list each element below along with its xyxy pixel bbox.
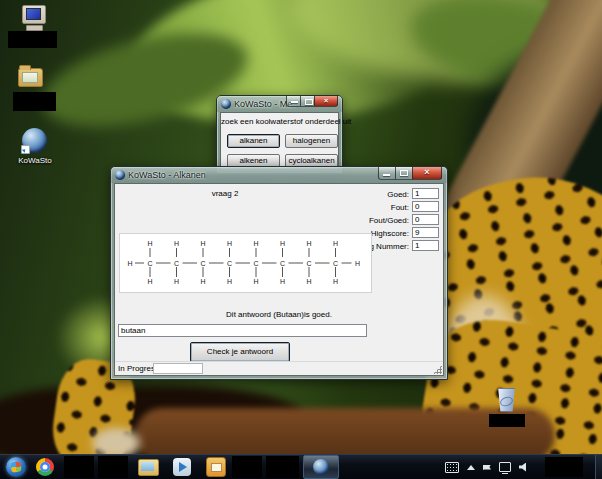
globe-icon <box>313 459 329 475</box>
score-value-highscore[interactable]: 9 <box>412 227 439 238</box>
menu-window-client: zoek een koolwaterstof onderdeel uit alk… <box>220 112 339 170</box>
desktop-icon-kowasto[interactable] <box>22 128 47 153</box>
show-desktop-button[interactable] <box>595 455 602 479</box>
score-label-fout: Fout: <box>391 203 409 212</box>
maximize-button[interactable] <box>396 167 412 180</box>
redacted-taskbar-app[interactable] <box>64 456 94 478</box>
resize-grip[interactable] <box>433 365 442 374</box>
check-answer-button[interactable]: Check je antwoord <box>190 342 290 362</box>
score-label-highscore: Highscore: <box>371 229 409 238</box>
taskbar-chrome[interactable] <box>26 456 54 478</box>
redacted-icon-label <box>8 31 57 48</box>
svg-text:H: H <box>355 260 360 267</box>
redacted-icon-label <box>13 92 56 111</box>
svg-text:C: C <box>174 260 179 267</box>
alkanen-window-client: vraag 2 Goed: 1 Fout: 0 Fout/Goed: 0 Hig… <box>114 183 444 376</box>
menu-prompt: zoek een koolwaterstof onderdeel uit <box>221 117 338 126</box>
mail-icon <box>206 457 226 477</box>
score-value-goed[interactable]: 1 <box>412 188 439 199</box>
score-label-goed: Goed: <box>387 190 409 199</box>
svg-text:C: C <box>333 260 338 267</box>
taskbar-kowasto-active[interactable] <box>303 455 339 479</box>
menu-window: KoWaSto - Me... × zoek een koolwaterstof… <box>216 95 343 174</box>
app-globe-icon <box>115 170 125 180</box>
status-progress-field <box>153 363 203 374</box>
redacted-icon-label <box>489 414 525 427</box>
alkanen-button[interactable]: alkanen <box>227 134 280 148</box>
redacted-taskbar-app[interactable] <box>98 456 128 478</box>
svg-text:H: H <box>147 278 152 285</box>
desktop-icon-recycle-bin[interactable] <box>497 388 516 412</box>
desktop-icon-computer[interactable] <box>22 5 46 31</box>
computer-icon <box>22 5 46 24</box>
redacted-clock[interactable] <box>545 457 583 477</box>
svg-text:C: C <box>147 260 152 267</box>
taskbar-mail[interactable] <box>191 456 226 478</box>
svg-text:C: C <box>227 260 232 267</box>
svg-text:H: H <box>333 278 338 285</box>
svg-text:H: H <box>174 240 179 247</box>
close-button[interactable]: × <box>412 167 442 180</box>
svg-text:H: H <box>227 240 232 247</box>
desktop-icon-label-kowasto: KoWaSto <box>11 156 59 165</box>
halogenen-button[interactable]: halogenen <box>285 134 338 148</box>
action-center-flag-icon[interactable] <box>483 465 491 470</box>
taskbar <box>0 454 602 479</box>
alkanen-window: KoWaSto - Alkanen × vraag 2 Goed: 1 Fout… <box>110 166 448 380</box>
svg-text:H: H <box>280 240 285 247</box>
chrome-icon <box>36 458 54 476</box>
explorer-icon <box>138 459 159 476</box>
desktop-screen: KoWaSto KoWaSto - Me... × zoek een koolw… <box>0 0 602 479</box>
status-bar: In Progress <box>115 361 443 375</box>
svg-text:H: H <box>253 240 258 247</box>
globe-icon <box>22 128 47 153</box>
taskbar-explorer[interactable] <box>130 456 159 478</box>
svg-text:C: C <box>253 260 258 267</box>
keyboard-icon[interactable] <box>445 462 459 473</box>
desktop-icon-folder[interactable] <box>18 62 43 87</box>
expand-chevron-icon[interactable] <box>467 461 475 470</box>
alkanen-window-caption-buttons: × <box>378 167 442 180</box>
system-tray <box>445 455 602 479</box>
volume-icon[interactable] <box>519 463 529 472</box>
close-button[interactable]: × <box>314 96 338 107</box>
alkanen-window-title: KoWaSto - Alkanen <box>128 170 206 180</box>
minimize-button[interactable] <box>286 96 301 107</box>
maximize-button[interactable] <box>301 96 314 107</box>
svg-text:H: H <box>200 240 205 247</box>
svg-text:C: C <box>306 260 311 267</box>
svg-text:H: H <box>333 240 338 247</box>
svg-text:H: H <box>200 278 205 285</box>
network-icon[interactable] <box>499 462 511 472</box>
menu-window-caption-buttons: × <box>286 96 338 107</box>
app-globe-icon <box>221 99 231 109</box>
svg-text:H: H <box>280 278 285 285</box>
start-button[interactable] <box>0 456 26 478</box>
score-value-fout[interactable]: 0 <box>412 201 439 212</box>
svg-text:H: H <box>227 278 232 285</box>
score-value-vraagnummer[interactable]: 1 <box>412 240 439 251</box>
folder-icon <box>18 68 43 87</box>
svg-text:H: H <box>147 240 152 247</box>
redacted-taskbar-app[interactable] <box>266 456 299 478</box>
svg-text:C: C <box>280 260 285 267</box>
minimize-button[interactable] <box>378 167 396 180</box>
result-text: Dit antwoord (Butaan)is goed. <box>115 310 443 319</box>
svg-text:H: H <box>306 240 311 247</box>
svg-text:C: C <box>200 260 205 267</box>
molecule-diagram: HCHHCHHCHHCHHCHHCHHCHHCHHH <box>119 233 372 293</box>
recycle-bin-icon <box>497 388 516 412</box>
answer-input[interactable] <box>118 324 367 337</box>
question-label: vraag 2 <box>190 189 260 198</box>
svg-text:H: H <box>253 278 258 285</box>
windows-logo-icon <box>6 457 26 477</box>
score-value-foutgoed[interactable]: 0 <box>412 214 439 225</box>
taskbar-media-player[interactable] <box>159 456 191 478</box>
shortcut-arrow-icon <box>21 145 30 154</box>
redacted-taskbar-app[interactable] <box>232 456 262 478</box>
svg-text:H: H <box>306 278 311 285</box>
svg-text:H: H <box>174 278 179 285</box>
media-player-icon <box>173 458 191 476</box>
score-label-foutgoed: Fout/Goed: <box>369 216 409 225</box>
svg-text:H: H <box>127 260 132 267</box>
